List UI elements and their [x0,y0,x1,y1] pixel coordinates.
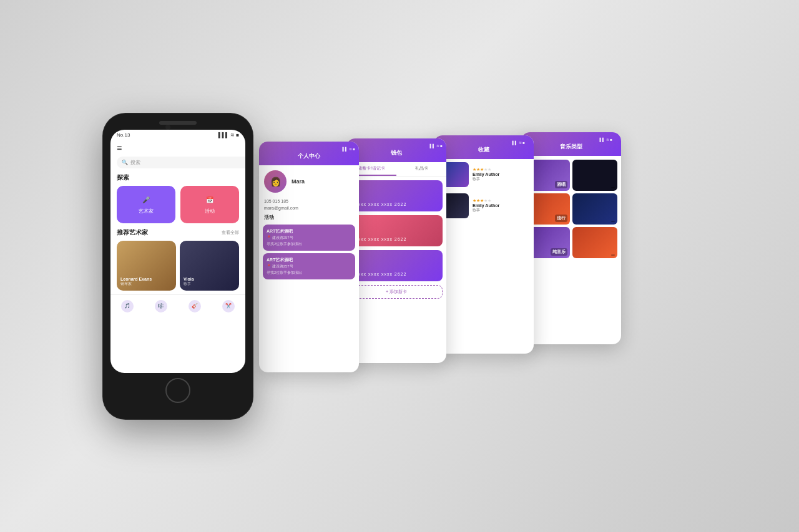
explore-card-artist[interactable]: 🎤 艺术家 [117,186,175,223]
nav-guitar[interactable]: 🎸 [189,300,201,312]
panel2-header: ▌▌ ≋ ■ 钱包 [346,138,446,162]
home-button[interactable] [165,378,190,403]
music-grid: 酒唱 流行 纯音乐 [521,156,621,262]
collection-info-2: ★★★★★ Emily Author 歌手 [473,198,530,213]
search-icon: 🔍 [122,160,128,165]
collection-info-1: ★★★★★ Emily Author 歌手 [473,167,530,182]
music-type-2[interactable] [572,160,617,191]
panel-music-type: ▌▌ ≋ ■ 音乐类型 酒唱 流行 [521,132,621,344]
phone-frame: No.13 ▌▌▌ ≋ ■ ≡ 🔍 搜索 探索 🎤 艺术家 📅 [103,114,253,419]
phone-screen: No.13 ▌▌▌ ≋ ■ ≡ 🔍 搜索 探索 🎤 艺术家 📅 [110,130,245,373]
add-card-button[interactable]: + 添加新卡 [350,285,443,299]
panel4-title: 音乐类型 [526,143,616,151]
credit-card-2[interactable]: xxxx xxxx xxxx 2622 [350,215,443,246]
status-number: No.13 [117,132,130,138]
activity-card-2[interactable]: ART艺术酒吧 📍 建设路257号 寻找2位歌手参加演出 [263,253,355,279]
music-label-1: 酒唱 [555,181,567,188]
profile-email: mara@gmail.com [259,205,359,211]
recommended-row: 推荐艺术家 查看全部 [110,228,245,241]
activity-loc-1: 📍 建设路257号 [267,235,351,241]
music-label-3: 流行 [555,215,567,222]
activity-desc-1: 寻找2位歌手参加演出 [267,241,351,247]
music-type-6[interactable] [572,227,617,258]
card-number-1: xxxx xxxx xxxx 2622 [355,202,438,206]
collection-role-1: 歌手 [473,177,530,182]
status-bar: No.13 ▌▌▌ ≋ ■ [110,130,245,140]
collection-name-1: Emily Author [473,172,530,177]
avatar: 👩 [264,170,287,193]
search-placeholder: 搜索 [130,159,140,166]
panel2-status: ▌▌ ≋ ■ [346,142,446,149]
card-number-2: xxxx xxxx xxxx 2622 [355,237,438,241]
artist-card-leonard[interactable]: Leonard Evans 钢琴家 [117,241,176,291]
artist-info-2: Viola 歌手 [184,277,194,287]
panel3-title: 收藏 [439,146,529,154]
stars-1: ★★★★★ [473,167,530,172]
collection-item-2[interactable]: ★★★★★ Emily Author 歌手 [434,190,534,221]
collection-role-2: 歌手 [473,208,530,213]
phone-camera [165,125,170,130]
credit-card-1[interactable]: xxxx xxxx xxxx 2622 [350,180,443,211]
activity-desc-2: 寻找2位歌手参加演出 [267,270,351,276]
panel2-title: 钱包 [346,149,446,157]
bottom-nav: 🎵 🎼 🎸 ✂️ [110,294,245,315]
collection-name-2: Emily Author [473,203,530,208]
nav-tools[interactable]: ✂️ [222,300,235,312]
artist-icon: 🎤 [140,194,152,205]
activity-title-2: ART艺术酒吧 [267,257,351,263]
panel-collection: ▌▌ ≋ ■ 收藏 ★★★★★ Emily Author 歌手 [434,135,534,354]
panel3-status: ▌▌ ≋ ■ [439,139,529,146]
explore-title: 探索 [110,173,245,186]
activity-loc-2: 📍 建设路257号 [267,264,351,269]
recommended-title: 推荐艺术家 [117,228,148,237]
screen-header: ≡ [110,140,245,157]
collection-item-1[interactable]: ★★★★★ Emily Author 歌手 [434,159,534,190]
nav-score[interactable]: 🎼 [155,300,167,312]
wallet-tabs: 储蓄卡/借记卡 礼品卡 [346,162,446,177]
screens-stack: ▌▌ ≋ ■ 个人中心 👩 Mara 105 015 185 mara@gmai… [259,123,696,410]
activity-header: 活动 [259,211,359,222]
music-label-4 [611,221,615,222]
profile-name: Mara [292,178,305,185]
music-label-6 [611,254,615,256]
hamburger-icon[interactable]: ≡ [117,143,122,153]
stars-2: ★★★★★ [473,198,530,203]
activity-card-1[interactable]: ART艺术酒吧 📍 建设路257号 寻找2位歌手参加演出 [263,225,355,251]
search-bar[interactable]: 🔍 搜索 [117,157,245,168]
artist-card-viola[interactable]: Viola 歌手 [180,241,239,291]
view-all-link[interactable]: 查看全部 [222,230,239,236]
activity-title-1: ART艺术酒吧 [267,228,351,235]
activity-icon: 📅 [204,194,215,205]
panel4-header: ▌▌ ≋ ■ 音乐类型 [521,132,621,156]
explore-grid: 🎤 艺术家 📅 活动 [110,186,245,228]
mockup-container: No.13 ▌▌▌ ≋ ■ ≡ 🔍 搜索 探索 🎤 艺术家 📅 [56,42,743,491]
nav-music[interactable]: 🎵 [121,300,134,312]
music-type-4[interactable] [572,193,617,225]
panel4-status: ▌▌ ≋ ■ [526,136,616,143]
panel-personal-center: ▌▌ ≋ ■ 个人中心 👩 Mara 105 015 185 mara@gmai… [259,142,359,372]
profile-section: 👩 Mara [259,165,359,198]
music-label-2 [611,187,615,188]
panel3-header: ▌▌ ≋ ■ 收藏 [434,135,534,159]
explore-card-activity[interactable]: 📅 活动 [180,186,239,223]
phone-speaker [159,121,197,125]
status-icons: ▌▌▌ ≋ ■ [218,132,239,138]
artist-grid: Leonard Evans 钢琴家 Viola 歌手 [110,241,245,291]
artist-info-1: Leonard Evans 钢琴家 [120,277,152,287]
panel1-status: ▌▌ ≋ ■ [259,145,359,152]
profile-phone: 105 015 185 [259,198,359,205]
wallet-tab-gift[interactable]: 礼品卡 [396,162,446,176]
credit-card-3[interactable]: xxxx xxxx xxxx 2622 [350,250,443,281]
panel-wallet: ▌▌ ≋ ■ 钱包 储蓄卡/借记卡 礼品卡 xxxx xxxx xxxx 262… [346,138,446,363]
panel1-title: 个人中心 [259,152,359,160]
music-label-5: 纯音乐 [551,248,567,256]
artist-label: 艺术家 [139,208,154,215]
card-number-3: xxxx xxxx xxxx 2622 [355,272,438,276]
panel1-header: ▌▌ ≋ ■ 个人中心 [259,142,359,165]
activity-label: 活动 [205,208,215,215]
